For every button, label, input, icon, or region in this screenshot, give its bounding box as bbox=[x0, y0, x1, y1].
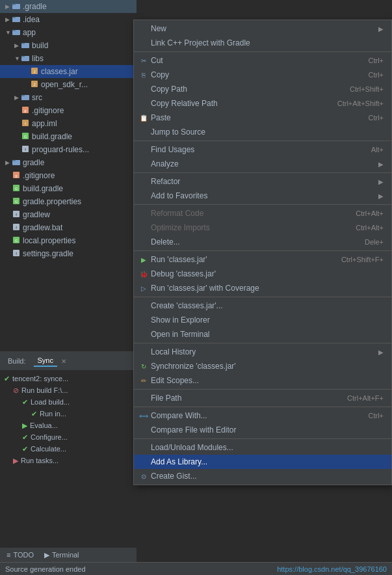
tree-item-gradle-root[interactable]: ▶gradle bbox=[0, 156, 137, 169]
submenu-arrow-icon: ▶ bbox=[378, 25, 384, 33]
svg-rect-3 bbox=[12, 17, 16, 18]
tab-sync[interactable]: Sync bbox=[34, 355, 57, 367]
tree-item-open-sdk[interactable]: Jopen_sdk_r... bbox=[0, 78, 137, 91]
menu-item-analyze[interactable]: Analyze▶ bbox=[134, 157, 391, 171]
tree-item-gitignore-root[interactable]: g.gitignore bbox=[0, 169, 137, 182]
menu-separator bbox=[134, 297, 391, 297]
tree-item-app[interactable]: ▼app bbox=[0, 26, 137, 39]
menu-item-add-as-library[interactable]: Add As Library... bbox=[134, 455, 391, 469]
link-cpp-icon bbox=[139, 38, 148, 47]
svg-text:J: J bbox=[34, 83, 36, 87]
tree-item-gitignore-app[interactable]: g.gitignore bbox=[0, 104, 137, 117]
status-link[interactable]: https://blog.csdn.net/qq_39676160 bbox=[277, 565, 387, 573]
tab-todo[interactable]: ≡ TODO bbox=[4, 551, 36, 559]
build-item-label: Run tasks... bbox=[21, 455, 59, 466]
tree-item-build-gradle-root[interactable]: Gbuild.gradle bbox=[0, 182, 137, 195]
menu-item-delete[interactable]: Delete...Dele+ bbox=[134, 235, 391, 249]
menu-item-new[interactable]: New▶ bbox=[134, 21, 391, 36]
tree-item-proguard-rules[interactable]: fproguard-rules... bbox=[0, 143, 137, 156]
menu-item-left: Jump to Source bbox=[139, 127, 205, 137]
tree-arrow-icon: ▶ bbox=[14, 42, 21, 49]
menu-item-left: ⊙Create Gist... bbox=[139, 472, 197, 481]
menu-item-add-to-favorites[interactable]: Add to Favorites▶ bbox=[134, 189, 391, 203]
tree-item-label: .gitignore bbox=[32, 106, 64, 115]
gradle-icon: G bbox=[12, 197, 21, 206]
tree-item-gradle[interactable]: ▶.gradle bbox=[0, 0, 137, 13]
menu-item-left: Add As Library... bbox=[139, 457, 207, 466]
menu-item-create-gist[interactable]: ⊙Create Gist... bbox=[134, 469, 391, 483]
menu-item-create[interactable]: Create 'classes.jar'... bbox=[134, 299, 391, 313]
svg-text:g: g bbox=[24, 109, 26, 113]
menu-item-copy-path[interactable]: Copy PathCtrl+Shift+ bbox=[134, 82, 391, 96]
load-unload-icon bbox=[139, 443, 148, 452]
menu-item-compare-with[interactable]: ⟺Compare With...Ctrl+ bbox=[134, 408, 391, 423]
build-log-item[interactable]: ✔Calculate... bbox=[0, 443, 137, 455]
menu-separator bbox=[134, 407, 391, 407]
submenu-arrow-icon: ▶ bbox=[378, 161, 384, 168]
menu-item-left: ▶Run 'classes.jar' bbox=[139, 255, 207, 264]
menu-item-find-usages[interactable]: Find UsagesAlt+ bbox=[134, 142, 391, 157]
tree-item-gradlew-bat[interactable]: fgradlew.bat bbox=[0, 221, 137, 234]
git-icon: g bbox=[21, 106, 30, 115]
menu-item-jump-to-source[interactable]: Jump to Source bbox=[134, 125, 391, 139]
menu-item-synchronize[interactable]: ↻Synchronize 'classes.jar' bbox=[134, 359, 391, 373]
tab-build[interactable]: Build: bbox=[4, 356, 30, 366]
menu-item-cut[interactable]: ✂CutCtrl+ bbox=[134, 53, 391, 68]
build-log-item[interactable]: ▶Run tasks... bbox=[0, 455, 137, 466]
tab-sync-close[interactable]: ✕ bbox=[61, 358, 66, 365]
tree-item-idea[interactable]: ▶.idea bbox=[0, 13, 137, 26]
tree-item-libs[interactable]: ▼libs bbox=[0, 52, 137, 65]
analyze-icon bbox=[139, 159, 148, 168]
menu-item-left: Compare File with Editor bbox=[139, 425, 236, 435]
edit-scopes-icon: ✏ bbox=[139, 376, 148, 385]
build-log-item[interactable]: ✔Load build... bbox=[0, 396, 137, 408]
local-history-icon bbox=[139, 347, 148, 356]
menu-item-compare-file-editor[interactable]: Compare File with Editor bbox=[134, 423, 391, 437]
menu-item-file-path[interactable]: File PathCtrl+Alt+F+ bbox=[134, 391, 391, 405]
tree-item-app-iml[interactable]: Iapp.iml bbox=[0, 117, 137, 130]
menu-item-run[interactable]: ▶Run 'classes.jar'Ctrl+Shift+F+ bbox=[134, 252, 391, 267]
menu-item-debug[interactable]: 🐞Debug 'classes.jar' bbox=[134, 267, 391, 281]
check-ok-icon: ✔ bbox=[22, 397, 28, 407]
menu-item-coverage[interactable]: ▷Run 'classes.jar' with Coverage bbox=[134, 281, 391, 295]
optimize-imports-icon bbox=[139, 223, 148, 232]
status-bar-right[interactable]: https://blog.csdn.net/qq_39676160 bbox=[277, 565, 387, 573]
menu-item-local-history[interactable]: Local History▶ bbox=[134, 345, 391, 359]
tree-item-build[interactable]: ▶build bbox=[0, 39, 137, 52]
menu-item-copy-relative-path[interactable]: Copy Relative PathCtrl+Alt+Shift+ bbox=[134, 96, 391, 111]
build-log-item[interactable]: ✔tencent2: synce... bbox=[0, 373, 137, 384]
terminal-icon: ▶ bbox=[44, 551, 49, 559]
tab-terminal[interactable]: ▶ Terminal bbox=[42, 551, 82, 559]
menu-item-paste[interactable]: 📋PasteCtrl+ bbox=[134, 111, 391, 125]
tree-item-src[interactable]: ▶src bbox=[0, 91, 137, 104]
menu-item-open-in-terminal[interactable]: Open in Terminal bbox=[134, 327, 391, 341]
tree-item-label: build.gradle bbox=[32, 132, 72, 141]
build-log-item[interactable]: ✔Run in... bbox=[0, 408, 137, 420]
build-item-label: Run in... bbox=[40, 408, 66, 419]
tree-item-settings-gradle[interactable]: fsettings.gradle bbox=[0, 247, 137, 260]
tree-item-local-properties[interactable]: Glocal.properties bbox=[0, 234, 137, 247]
menu-item-load-unload[interactable]: Load/Unload Modules... bbox=[134, 440, 391, 455]
tree-item-gradlew[interactable]: fgradlew bbox=[0, 208, 137, 221]
add-to-favorites-icon bbox=[139, 191, 148, 200]
run-shortcut: Ctrl+Shift+F+ bbox=[341, 256, 384, 263]
menu-item-left: ↻Synchronize 'classes.jar' bbox=[139, 362, 236, 371]
menu-item-refactor[interactable]: Refactor▶ bbox=[134, 174, 391, 189]
tree-arrow-icon: ▶ bbox=[5, 16, 12, 23]
tree-item-classes-jar[interactable]: Jclasses.jar bbox=[0, 65, 137, 78]
build-log-item[interactable]: ▶Evalua... bbox=[0, 420, 137, 431]
build-log-item[interactable]: ✔Configure... bbox=[0, 431, 137, 443]
menu-item-edit-scopes[interactable]: ✏Edit Scopes... bbox=[134, 373, 391, 388]
tree-item-build-gradle-app[interactable]: Gbuild.gradle bbox=[0, 130, 137, 143]
submenu-arrow-icon: ▶ bbox=[378, 349, 384, 356]
menu-item-copy[interactable]: ⎘CopyCtrl+ bbox=[134, 68, 391, 82]
delete-shortcut: Dele+ bbox=[365, 238, 384, 246]
menu-item-show-in-explorer[interactable]: Show in Explorer bbox=[134, 313, 391, 327]
menu-item-link-cpp[interactable]: Link C++ Project with Gradle bbox=[134, 36, 391, 50]
copy-path-icon bbox=[139, 85, 148, 94]
svg-text:G: G bbox=[15, 187, 18, 191]
build-log-item[interactable]: ⊘Run build F:\... bbox=[0, 384, 137, 396]
gradle-icon: G bbox=[12, 184, 21, 193]
svg-text:J: J bbox=[34, 70, 36, 74]
tree-item-gradle-properties[interactable]: Ggradle.properties bbox=[0, 195, 137, 208]
